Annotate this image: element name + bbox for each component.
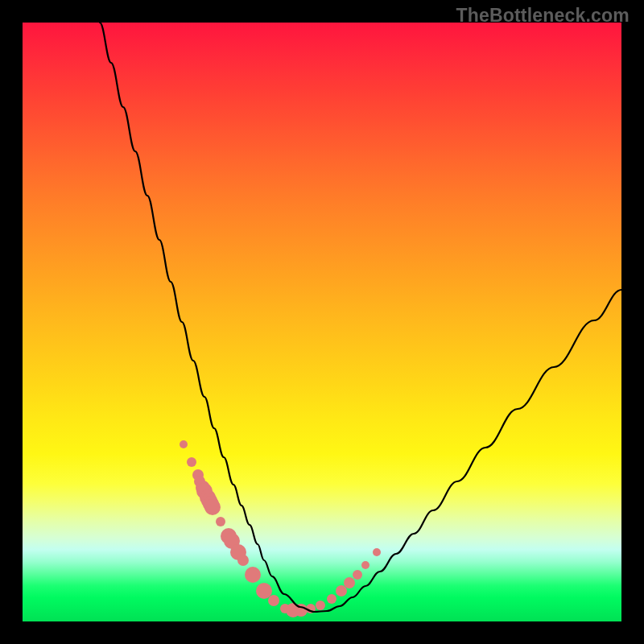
scatter-dot [373,548,381,556]
watermark-text: TheBottleneck.com [456,5,630,27]
scatter-dot [361,561,369,569]
scatter-dot [268,595,279,606]
scatter-dot [204,499,221,515]
scatter-dot [316,601,325,610]
scatter-dot [344,577,355,588]
scatter-dot [237,555,249,566]
scatter-dot [353,570,362,580]
scatter-dot [180,440,188,448]
chart-svg [23,23,621,621]
scatter-dot [256,583,272,599]
scatter-dot [216,517,225,526]
scatter-dot [327,594,336,604]
chart-frame: TheBottleneck.com [0,0,644,644]
scatter-dot [336,585,347,597]
scatter-dot [245,567,261,583]
scatter-dot [187,457,196,467]
plot-area [23,23,621,621]
main-curve [100,23,621,612]
